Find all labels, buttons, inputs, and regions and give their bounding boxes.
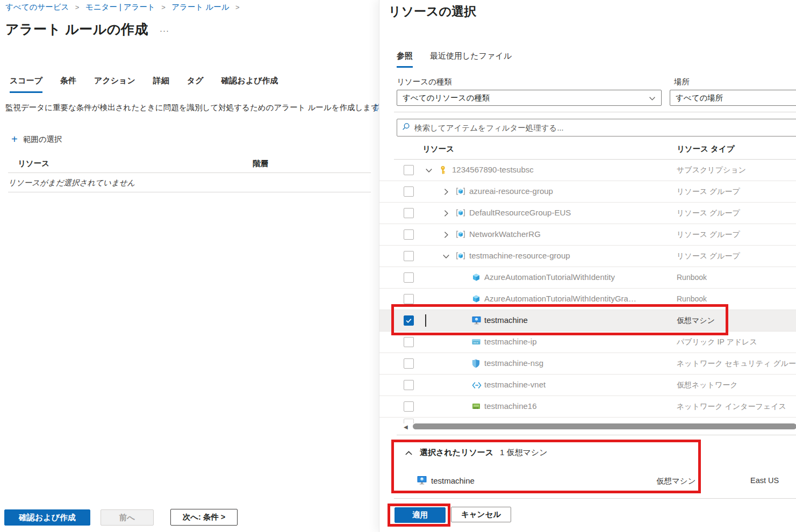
scrollbar-left-arrow-icon[interactable]: ◀	[404, 424, 408, 430]
tab-actions[interactable]: アクション	[94, 76, 135, 93]
selected-resources-count: 1 仮想マシン	[500, 448, 548, 458]
resource-type-value: すべてのリソースの種類	[403, 93, 490, 103]
apply-button[interactable]: 適用	[395, 507, 446, 523]
wizard-tabs: スコープ 条件 アクション 詳細 タグ 確認および作成	[10, 76, 278, 93]
divider	[394, 112, 796, 112]
row-checkbox[interactable]	[404, 272, 414, 283]
chevron-right-icon[interactable]	[442, 210, 450, 219]
resource-type: ネットワーク インターフェイス	[677, 402, 786, 412]
table-row[interactable]: testmachine-resource-group リソース グループ	[379, 246, 796, 267]
key-icon	[439, 166, 447, 177]
chevron-up-icon[interactable]	[405, 449, 413, 459]
search-input[interactable]	[414, 124, 796, 132]
resource-name[interactable]: AzureAutomationTutorialWithIdentityGra…	[484, 294, 636, 303]
row-checkbox[interactable]	[404, 165, 414, 175]
tab-tags[interactable]: タグ	[187, 76, 204, 93]
row-checkbox[interactable]	[404, 380, 414, 390]
resource-name[interactable]: testmachine-nsg	[484, 358, 543, 368]
table-row[interactable]: AzureAutomationTutorialWithIdentityGra… …	[379, 289, 796, 310]
chevron-down-icon[interactable]	[425, 167, 433, 176]
location-value: すべての場所	[676, 93, 723, 103]
search-icon	[402, 123, 410, 133]
column-header-resource: リソース	[18, 159, 49, 169]
table-row-selected[interactable]: testmachine 仮想マシン	[379, 310, 796, 332]
runbook-icon	[472, 273, 481, 284]
review-create-button[interactable]: 確認および作成	[4, 509, 90, 526]
resource-name[interactable]: testmachine-vnet	[484, 380, 546, 389]
resource-type: パブリック IP アドレス	[677, 337, 757, 347]
resource-name[interactable]: testmachine-ip	[484, 337, 537, 346]
resource-name[interactable]: testmachine	[484, 315, 528, 325]
resource-group-icon	[456, 230, 465, 241]
nsg-shield-icon	[472, 359, 480, 370]
row-checkbox[interactable]	[404, 294, 414, 304]
chevron-right-icon[interactable]	[442, 231, 450, 241]
row-checkbox[interactable]	[404, 401, 414, 412]
breadcrumb-separator: >	[161, 3, 166, 11]
runbook-icon	[472, 294, 481, 305]
table-row[interactable]: AzureAutomationTutorialWithIdentity Runb…	[379, 267, 796, 289]
breadcrumb-all-services[interactable]: すべてのサービス	[5, 3, 69, 11]
row-checkbox[interactable]	[404, 251, 414, 261]
table-row[interactable]: azureai-resource-group リソース グループ	[379, 181, 796, 203]
table-row[interactable]: DefaultResourceGroup-EUS リソース グループ	[379, 203, 796, 224]
breadcrumb: すべてのサービス > モニター | アラート > アラート ルール >	[5, 2, 243, 12]
tab-review-create[interactable]: 確認および作成	[221, 76, 278, 93]
chevron-down-icon[interactable]	[442, 253, 450, 262]
selected-resources-title: 選択されたリソース	[420, 448, 493, 458]
public-ip-icon	[472, 337, 481, 348]
resource-type: リソース グループ	[677, 209, 740, 218]
table-row[interactable]: 1234567890-testsubsc サブスクリプション	[379, 160, 796, 181]
resource-type-dropdown[interactable]: すべてのリソースの種類	[397, 90, 662, 106]
select-scope-command[interactable]: +範囲の選択	[11, 133, 62, 146]
row-checkbox[interactable]	[404, 186, 414, 197]
table-row[interactable]: NetworkWatcherRG リソース グループ	[379, 224, 796, 246]
resource-name[interactable]: azureai-resource-group	[469, 186, 553, 196]
next-condition-button[interactable]: 次へ: 条件 >	[170, 509, 238, 526]
row-checkbox[interactable]	[404, 208, 414, 218]
page-title: アラート ルールの作成	[5, 20, 148, 38]
location-dropdown[interactable]: すべての場所	[670, 90, 796, 106]
breadcrumb-separator: >	[235, 3, 240, 11]
row-checkbox[interactable]	[404, 337, 414, 347]
chevron-down-icon	[649, 95, 656, 104]
previous-button[interactable]: 前へ	[101, 509, 154, 526]
row-checkbox[interactable]	[404, 229, 414, 240]
column-header-hierarchy: 階層	[253, 159, 268, 169]
tab-recent[interactable]: 最近使用したファイル	[430, 51, 512, 68]
ellipsis-icon[interactable]: ···	[160, 26, 169, 35]
resource-type: Runbook	[677, 273, 707, 282]
page-description: 監視データに重要な条件が検出されたときに問題を識別して対処するためのアラート ル…	[5, 103, 379, 113]
create-alert-rule-page: すべてのサービス > モニター | アラート > アラート ルール > アラート…	[0, 0, 379, 532]
table-row[interactable]: testmachine-ip パブリック IP アドレス	[379, 332, 796, 353]
horizontal-scrollbar[interactable]	[413, 423, 796, 429]
breadcrumb-separator: >	[75, 3, 80, 11]
resource-name[interactable]: DefaultResourceGroup-EUS	[469, 208, 571, 217]
cancel-button[interactable]: キャンセル	[451, 507, 511, 522]
resource-name[interactable]: 1234567890-testsubsc	[452, 165, 534, 174]
resource-type: 仮想マシン	[677, 316, 715, 326]
learn-more-link[interactable]: 詳細情報	[375, 103, 379, 113]
tab-condition[interactable]: 条件	[60, 76, 76, 93]
breadcrumb-monitor-alerts[interactable]: モニター | アラート	[85, 3, 155, 11]
location-label: 場所	[674, 77, 690, 87]
resource-name[interactable]: testmachine-resource-group	[469, 251, 570, 260]
row-checkbox[interactable]	[404, 358, 414, 369]
row-checkbox-checked[interactable]	[404, 315, 414, 326]
selected-resource-type: 仮想マシン	[656, 476, 696, 486]
table-row[interactable]: testmachine16 ネットワーク インターフェイス	[379, 396, 796, 418]
tab-scope[interactable]: スコープ	[10, 76, 42, 93]
divider	[8, 192, 371, 192]
panel-title: リソースの選択	[389, 3, 476, 20]
resource-search	[397, 119, 796, 136]
table-row[interactable]: testmachine-vnet 仮想ネットワーク	[379, 375, 796, 396]
chevron-right-icon[interactable]	[442, 188, 450, 198]
table-row[interactable]: testmachine-nsg ネットワーク セキュリティ グループ	[379, 353, 796, 375]
resource-name[interactable]: NetworkWatcherRG	[469, 229, 541, 239]
breadcrumb-alert-rules[interactable]: アラート ルール	[171, 3, 229, 11]
tab-browse[interactable]: 参照	[397, 51, 413, 68]
partial-row-checkbox	[404, 419, 414, 423]
resource-name[interactable]: AzureAutomationTutorialWithIdentity	[484, 272, 615, 282]
tab-details[interactable]: 詳細	[153, 76, 169, 93]
resource-name[interactable]: testmachine16	[484, 401, 537, 411]
